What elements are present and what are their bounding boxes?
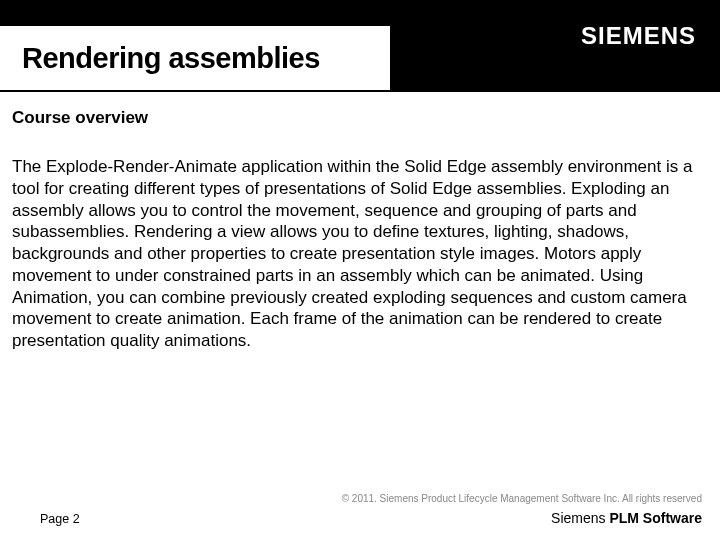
copyright-text: © 2011. Siemens Product Lifecycle Manage…: [342, 493, 702, 504]
body-paragraph: The Explode-Render-Animate application w…: [12, 156, 708, 352]
page-number: Page 2: [40, 512, 80, 526]
footer-brand-bold: PLM Software: [609, 510, 702, 526]
footer-brand-prefix: Siemens: [551, 510, 609, 526]
slide-title: Rendering assemblies: [22, 42, 320, 75]
siemens-logo: SIEMENS: [581, 22, 696, 50]
slide: Rendering assemblies SIEMENS Course over…: [0, 0, 720, 540]
section-subtitle: Course overview: [12, 108, 148, 128]
footer: © 2011. Siemens Product Lifecycle Manage…: [0, 480, 720, 540]
footer-brand: Siemens PLM Software: [551, 510, 702, 526]
title-box: Rendering assemblies: [0, 26, 390, 90]
